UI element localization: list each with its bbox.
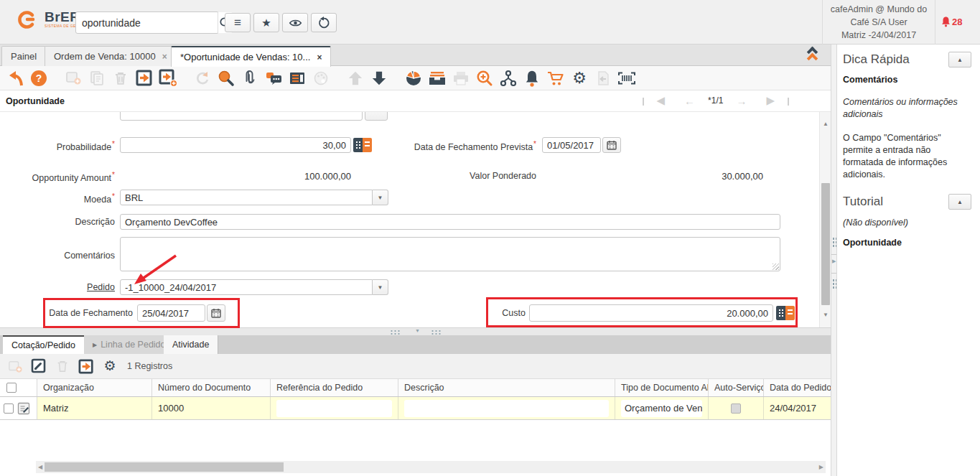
undo-icon[interactable] [4,68,26,88]
find-icon[interactable] [215,68,237,88]
tab-painel[interactable]: Painel [1,46,46,66]
next-record-icon[interactable]: → [736,95,747,107]
products-icon[interactable] [545,68,566,88]
scrollbar-thumb[interactable] [45,462,284,472]
parent-record-icon [345,68,366,88]
probabilidade-input[interactable] [120,137,351,153]
resize-grip-icon[interactable] [773,263,779,270]
table-row[interactable]: Matriz 10000 Orçamento de Venda 24/04/20… [0,397,831,420]
archive-icon[interactable] [426,68,448,88]
check-requests-icon[interactable] [521,68,543,88]
chevron-down-icon[interactable]: ▼ [373,279,388,295]
collapse-tutorial-button[interactable]: ▲ [948,194,971,210]
select-all-checkbox[interactable] [6,383,17,393]
calendar-icon[interactable] [602,137,621,153]
zoom-across-icon[interactable] [474,68,495,88]
tab-ordem-de-venda[interactable]: Ordem de Venda: 10000 × [45,46,177,66]
clipped-field-button[interactable] [365,112,388,121]
moeda-input[interactable] [120,190,373,205]
previous-record-icon[interactable]: ← [684,95,695,107]
detail-tab-linha-de-pedido: ▶ Linha de Pedido [84,335,175,354]
column-header[interactable]: Organização [37,379,152,396]
process-icon[interactable]: ⚙ [569,68,590,88]
data-fechamento-input[interactable] [137,304,205,322]
calendar-icon[interactable] [207,304,225,322]
pedido-input[interactable] [120,279,373,295]
scrollbar-thumb[interactable] [821,183,830,305]
horizontal-splitter[interactable]: ▼ [0,327,831,335]
close-icon[interactable]: × [317,52,322,62]
column-header[interactable]: Descrição [398,379,615,396]
notifications-button[interactable]: 28 [941,16,962,27]
history-icon [317,17,330,29]
detail-edit-icon[interactable] [28,356,50,376]
descricao-input[interactable] [120,214,780,230]
scroll-right-icon[interactable]: ▶ [819,464,823,470]
collapse-up-icon: ▲ [957,199,963,205]
brerp-app: { "header": { "brand": "BrERP", "brand_t… [0,0,980,476]
barcode-icon[interactable] [616,68,638,88]
chat-icon[interactable] [263,68,284,88]
save-create-new-icon[interactable] [157,68,179,88]
report-icon[interactable] [286,68,308,88]
scroll-left-icon[interactable]: ◀ [38,464,42,470]
column-header[interactable]: Número do Documento [152,379,271,396]
menu-button[interactable]: ≡ [225,13,251,32]
form-scrollbar: ▲ ▼ [819,112,831,327]
search-input[interactable] [76,12,218,33]
detail-tab-cotacao-pedido[interactable]: Cotação/Pedido [3,335,85,354]
last-record-icon[interactable]: ▶ [760,94,795,107]
cell-numero-documento[interactable]: 10000 [152,397,271,419]
view-button[interactable] [282,13,308,32]
calculator-icon[interactable] [776,306,795,320]
moeda-combo: ▼ [120,190,388,205]
tab-label: Painel [11,51,37,62]
detail-grid: Organização Número do Documento Referênc… [0,379,831,420]
calculator-icon[interactable] [353,138,372,152]
attachment-icon[interactable] [239,68,261,88]
detail-process-icon[interactable]: ⚙ [99,356,121,376]
column-header[interactable]: Tipo de Documento Alvo [615,379,709,396]
save-icon[interactable] [134,68,155,88]
cell-descricao[interactable] [398,397,615,419]
scroll-down-icon[interactable]: ▼ [820,312,831,318]
scroll-up-icon[interactable]: ▲ [820,121,831,127]
collapse-all-button[interactable] [803,47,823,65]
workflow-icon[interactable] [498,68,519,88]
cell-tipo-documento-alvo[interactable]: Orçamento de Venda [615,397,709,419]
collapse-quick-tip-button[interactable]: ▲ [948,52,971,67]
help-icon[interactable]: ? [28,68,50,88]
chart-icon[interactable] [403,68,424,88]
cell-organizacao[interactable]: Matriz [37,397,152,419]
collapse-up-icon: ▲ [957,57,963,63]
detail-save-icon[interactable] [75,356,97,376]
cell-data-pedido[interactable]: 24/04/2017 [764,397,831,419]
record-navigation: ◀ ← *1/1 → ▶ [630,94,802,107]
comentarios-textarea[interactable] [120,237,780,271]
favorites-button[interactable]: ★ [253,13,279,32]
detail-tab-atividade[interactable]: Atividade [164,335,218,354]
recent-items-button[interactable] [311,13,337,32]
close-icon[interactable]: × [162,52,167,62]
column-header[interactable]: Data do Pedido [764,379,831,396]
custo-input[interactable] [529,304,773,322]
column-header[interactable]: Referência do Pedido [271,379,398,396]
data-fechamento-prevista-input[interactable] [542,137,601,153]
splitter-collapse-icon[interactable]: ▼ [415,328,420,333]
quick-tip-title: Dica Rápida [843,52,910,67]
row-edit-icon[interactable] [17,402,30,415]
first-record-icon[interactable]: ◀ [636,94,672,107]
splitter-expand-icon[interactable]: ▶ [832,258,836,264]
pedido-label[interactable]: Pedido [0,282,115,292]
column-header[interactable]: Auto-Serviço [709,379,764,396]
tab-oportunidade-de-vendas[interactable]: *Oportunidade de Vendas: 10... × [171,46,331,67]
user-session-info[interactable]: cafeAdmin @ Mundo do Café S/A User Matri… [822,0,935,45]
clipped-field[interactable] [120,112,363,121]
detail-record-icon[interactable] [368,68,390,88]
chevron-down-icon[interactable]: ▼ [373,190,388,205]
valor-ponderado-label: Valor Ponderado [402,171,536,181]
sidebar-splitter[interactable]: ▶ [831,45,837,476]
cell-referencia-pedido[interactable] [271,397,398,419]
scrollbar-track[interactable]: ◀ ▶ [36,461,826,473]
row-checkbox[interactable] [4,403,14,414]
